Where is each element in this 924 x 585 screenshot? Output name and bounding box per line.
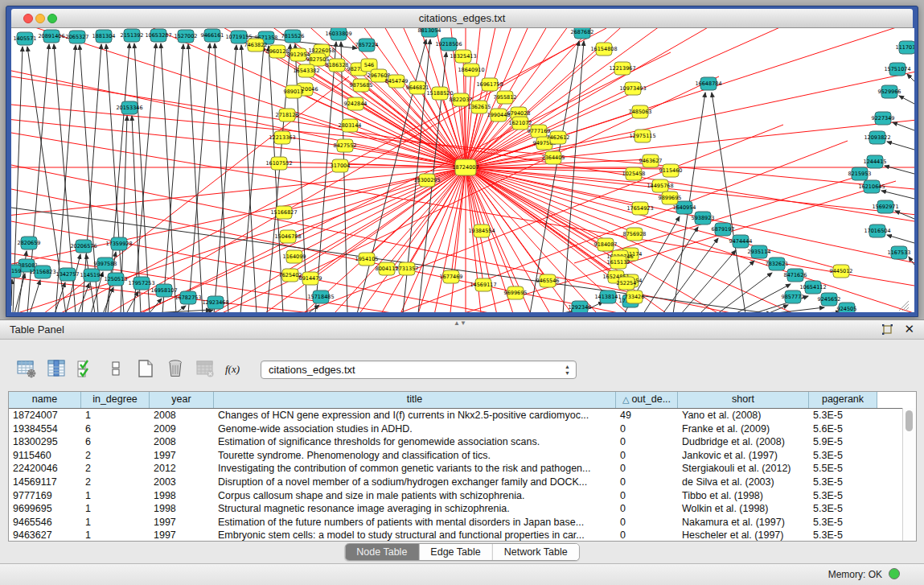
network-graph[interactable]: 1872400714055712089140620653271881304215… [11,28,914,312]
graph-node[interactable]: 1244415 [864,155,887,168]
graph-node[interactable]: 8454749 [385,75,409,88]
float-panel-icon[interactable] [881,323,893,336]
graph-node[interactable]: 6879197 [712,223,735,236]
tab-network-table[interactable]: Network Table [493,544,579,560]
graph-node[interactable]: 1025458 [622,167,646,180]
network-view-window[interactable]: citations_edges.txt 18724007140557120891… [6,6,918,317]
graph-node[interactable]: 7832621 [766,257,789,270]
graph-node[interactable]: 9465546 [536,274,560,287]
graph-node[interactable]: 9857771 [782,290,805,303]
graph-node[interactable]: 1342757 [56,268,80,281]
graph-node[interactable]: 9466161 [201,29,224,42]
delete-table-button[interactable] [193,357,217,381]
graph-node[interactable]: 9646821 [406,81,429,94]
graph-node[interactable]: 9245652 [818,293,841,306]
close-panel-icon[interactable]: ✕ [904,322,914,336]
column-header-in_degree[interactable]: in_degree [81,392,150,408]
graph-node[interactable]: 8004117 [376,262,399,275]
graph-node[interactable]: 733426 [625,290,645,303]
new-table-button[interactable] [133,357,158,381]
table-select-dropdown[interactable]: citations_edges.txt▲▼ [261,360,577,379]
table-row[interactable]: 969969511998Structural magnetic resonanc… [9,502,916,516]
graph-node[interactable]: 2065327 [66,31,89,43]
column-header-name[interactable]: name [9,392,81,408]
graph-node[interactable]: 1164099 [283,250,306,263]
graph-node[interactable]: 1167533 [888,246,911,259]
graph-node[interactable]: 7463822 [244,39,268,51]
graph-node[interactable]: 9227349 [872,112,895,125]
column-header-short[interactable]: short [678,392,809,408]
tab-edge-table[interactable]: Edge Table [419,544,492,560]
graph-node[interactable]: 16782753 [175,291,201,304]
function-builder-button[interactable]: f(x) [223,357,247,381]
graph-node[interactable]: 1292346 [569,301,592,312]
graph-node[interactable]: 2364405 [542,151,565,164]
graph-node[interactable]: 9529966 [878,85,901,98]
graph-node[interactable]: 252254 [617,277,637,290]
graph-node[interactable]: 2820659 [18,237,41,249]
graph-node[interactable]: 18640910 [458,64,484,76]
graph-node[interactable]: 9699695 [504,286,528,299]
graph-node[interactable]: 15692971 [872,200,898,213]
graph-node[interactable]: 6914479 [299,272,322,285]
graph-node[interactable]: 2935114 [748,245,771,258]
graph-node[interactable]: 10653287 [145,29,171,42]
table-row[interactable]: 911546021997Tourette syndrome. Phenomeno… [9,449,916,463]
graph-node[interactable]: 9474444 [729,235,753,248]
select-rows-button[interactable] [74,357,98,381]
graph-node[interactable]: 19218506 [435,38,462,51]
graph-node[interactable]: 7955812 [494,91,517,104]
graph-node[interactable]: 14495768 [647,179,673,192]
graph-node[interactable]: 18724007 [452,159,478,175]
graph-node[interactable]: 15718485 [307,290,334,303]
vertical-scrollbar[interactable] [902,408,916,541]
table-row[interactable]: 977716911998Corpus callosum shape and si… [9,489,916,503]
table-row[interactable]: 1938455462009Genome-wide association stu… [9,422,916,436]
table-panel-titlebar[interactable]: ▲▼ Table Panel ✕ [0,320,924,340]
graph-node[interactable]: 33159 [11,265,21,278]
graph-node[interactable]: 14569117 [470,278,496,291]
graph-node[interactable]: 1250513 [105,273,128,286]
graph-node[interactable]: 12923468 [202,296,228,309]
column-header-year[interactable]: year [150,392,214,408]
graph-node[interactable]: 7815526 [281,30,305,43]
graph-node[interactable]: 20891406 [38,30,64,43]
graph-node[interactable]: 1117033 [896,41,914,54]
graph-node[interactable]: 989013 [284,85,304,98]
delete-entries-button[interactable] [163,357,187,381]
graph-node[interactable]: 1677469 [440,270,463,283]
graph-node[interactable]: 18325413 [450,50,476,63]
graph-node[interactable]: 317004 [331,159,351,172]
graph-node[interactable]: 9184087 [594,238,618,251]
graph-node[interactable]: 7462612 [547,131,570,144]
graph-node[interactable]: 8427552 [334,139,357,152]
graph-node[interactable]: 2687682 [571,28,594,39]
graph-node[interactable]: 8215953 [848,167,872,180]
network-canvas[interactable]: 1872400714055712089140620653271881304215… [11,28,914,312]
graph-node[interactable]: 1615132 [607,256,630,269]
graph-node[interactable]: 5938923 [692,212,715,225]
graph-node[interactable]: 1405571 [14,32,37,45]
graph-node[interactable]: 16154808 [590,43,617,56]
graph-node[interactable]: 8186328 [326,59,349,72]
tab-node-table[interactable]: Node Table [345,544,419,560]
show-columns-button[interactable] [44,357,68,381]
graph-node[interactable]: 9875685 [350,79,373,92]
graph-node[interactable]: 9115460 [659,164,683,177]
table-row[interactable]: 1872400712008Changes of HCN gene express… [9,409,916,422]
table-row[interactable]: 1456911722003Disruption of a novel membe… [9,476,916,489]
graph-node[interactable]: 12093822 [864,131,890,144]
graph-node[interactable]: 9899695 [659,192,682,204]
graph-node[interactable]: 20153346 [116,101,142,114]
column-header-title[interactable]: title [214,392,616,408]
column-header-out_de[interactable]: △out_de... [616,392,678,408]
scrollbar-thumb[interactable] [906,410,913,431]
graph-node[interactable]: 10973493 [619,82,646,95]
graph-node[interactable]: 8471626 [784,269,807,282]
graph-node[interactable]: 924505 [837,303,857,312]
splitter-handle[interactable]: ▲▼ [454,319,466,327]
network-window-titlebar[interactable]: citations_edges.txt [11,9,913,28]
graph-node[interactable]: 1954105 [355,253,379,266]
graph-node[interactable]: 7485063 [629,105,652,118]
graph-node[interactable]: 9445012 [830,265,853,278]
